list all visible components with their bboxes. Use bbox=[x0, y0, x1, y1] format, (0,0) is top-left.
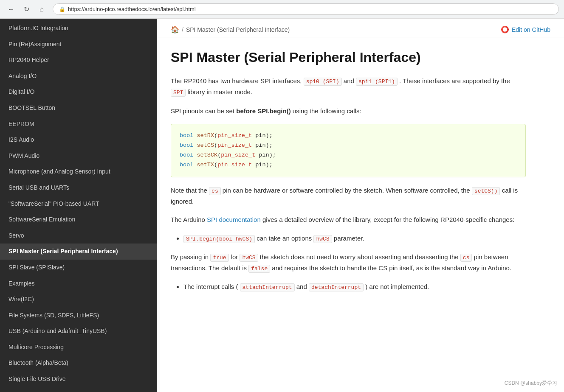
sidebar-item-bluetooth[interactable]: Bluetooth (Alpha/Beta) bbox=[0, 355, 157, 371]
sidebar-item-single-file-usb[interactable]: Single File USB Drive bbox=[0, 371, 157, 387]
para5-mid: the sketch does not need to worry about … bbox=[260, 253, 459, 260]
code-spi0: spi0 (SPI) bbox=[304, 78, 342, 86]
code-cs: cs bbox=[209, 187, 221, 195]
sidebar-item-multicore[interactable]: Multicore Processing bbox=[0, 339, 157, 356]
sidebar: Platform.IO IntegrationPin (Re)Assignmen… bbox=[0, 19, 157, 392]
code-line-2: bool setCS(pin_size_t pin); bbox=[180, 141, 517, 151]
para6-prefix: The interrupt calls ( bbox=[183, 283, 238, 290]
code-cs2: cs bbox=[460, 254, 472, 262]
para1-end: library in master mode. bbox=[188, 88, 253, 95]
sidebar-item-examples[interactable]: Examples bbox=[0, 276, 157, 292]
sidebar-item-rp2040-helper[interactable]: RP2040 Helper bbox=[0, 52, 157, 68]
para3-prefix: Note that the bbox=[171, 187, 207, 194]
url-text: https://arduino-pico.readthedocs.io/en/l… bbox=[68, 6, 196, 12]
breadcrumb: 🏠 / SPI Master (Serial Peripheral Interf… bbox=[171, 25, 290, 34]
sidebar-item-pwm-audio[interactable]: PWM Audio bbox=[0, 148, 157, 164]
sidebar-item-serial-usb[interactable]: Serial USB and UARTs bbox=[0, 180, 157, 196]
code-setcs: setCS() bbox=[472, 187, 500, 195]
sidebar-item-servo[interactable]: Servo bbox=[0, 228, 157, 244]
para1-and: and bbox=[344, 77, 356, 84]
browser-chrome: ← ↻ ⌂ 🔒 https://arduino-pico.readthedocs… bbox=[0, 0, 564, 19]
page-title: SPI Master (Serial Peripheral Interface) bbox=[171, 49, 526, 65]
para3-mid: pin can be hardware or software controll… bbox=[223, 187, 470, 194]
spi-docs-link[interactable]: SPI documentation bbox=[207, 216, 261, 223]
para4-mid: gives a detailed overview of the library… bbox=[262, 216, 514, 223]
sidebar-item-bootsel-button[interactable]: BOOTSEL Button bbox=[0, 100, 157, 116]
edit-github-label: Edit on GitHub bbox=[512, 26, 550, 33]
sidebar-item-eeprom[interactable]: EEPROM bbox=[0, 116, 157, 132]
sidebar-item-softwareserial-pio[interactable]: "SoftwareSerial" PIO-based UART bbox=[0, 196, 157, 212]
bullet-item-1: SPI.begin(bool hwCS) can take an options… bbox=[183, 233, 526, 244]
sidebar-item-digital-io[interactable]: Digital I/O bbox=[0, 84, 157, 100]
bullet-item-interrupt: The interrupt calls ( attachInterrupt an… bbox=[183, 281, 526, 292]
para2-suffix-text: using the following calls: bbox=[293, 107, 361, 115]
bullet1-end: parameter. bbox=[334, 235, 364, 242]
code-line-1: bool setRX(pin_size_t pin); bbox=[180, 131, 517, 141]
para6-end: ) are not implemented. bbox=[365, 283, 429, 290]
home-button[interactable]: ⌂ bbox=[36, 3, 48, 15]
code-spi-begin: SPI.begin(bool hwCS) bbox=[183, 235, 255, 243]
intro-paragraph: The RP2040 has two hardware SPI interfac… bbox=[171, 76, 526, 98]
breadcrumb-home-link[interactable]: 🏠 bbox=[171, 25, 179, 34]
code-hwcs-bullet: hwCS bbox=[313, 235, 332, 243]
para1-suffix: . These interfaces are supported by the bbox=[399, 77, 510, 84]
interrupt-list: The interrupt calls ( attachInterrupt an… bbox=[183, 281, 526, 292]
pinouts-paragraph: SPI pinouts can be set before SPI.begin(… bbox=[171, 106, 526, 117]
cs-paragraph: Note that the cs pin can be hardware or … bbox=[171, 185, 526, 207]
sidebar-item-platform-io[interactable]: Platform.IO Integration bbox=[0, 20, 157, 36]
sidebar-item-i2s-audio[interactable]: I2S Audio bbox=[0, 132, 157, 148]
code-spi-lib: SPI bbox=[171, 89, 186, 97]
para2-bold: before SPI.begin() bbox=[236, 107, 290, 115]
breadcrumb-separator: / bbox=[182, 26, 183, 33]
back-button[interactable]: ← bbox=[5, 3, 17, 15]
github-icon: ⭕ bbox=[501, 25, 509, 34]
sidebar-item-analog-io[interactable]: Analog I/O bbox=[0, 68, 157, 84]
edit-on-github-link[interactable]: ⭕ Edit on GitHub bbox=[501, 25, 550, 34]
sidebar-item-file-systems[interactable]: File Systems (SD, SDFS, LittleFS) bbox=[0, 308, 157, 324]
para2-prefix: SPI pinouts can be set bbox=[171, 107, 234, 115]
code-hwcs2: hwCS bbox=[240, 254, 258, 262]
code-false: false bbox=[248, 265, 270, 273]
code-line-4: bool setTX(pin_size_t pin); bbox=[180, 160, 517, 170]
nav-buttons: ← ↻ ⌂ bbox=[5, 3, 48, 15]
sidebar-item-usb[interactable]: USB (Arduino and Adafruit_TinyUSB) bbox=[0, 323, 157, 339]
page-content: SPI Master (Serial Peripheral Interface)… bbox=[157, 37, 539, 317]
code-line-3: bool setSCK(pin_size_t pin); bbox=[180, 151, 517, 160]
address-bar[interactable]: 🔒 https://arduino-pico.readthedocs.io/en… bbox=[53, 3, 559, 15]
code-detach: detachInterrupt bbox=[309, 283, 364, 291]
para1-prefix: The RP2040 has two hardware SPI interfac… bbox=[171, 77, 302, 84]
refresh-button[interactable]: ↻ bbox=[20, 3, 32, 15]
arduino-spi-paragraph: The Arduino SPI documentation gives a de… bbox=[171, 214, 526, 225]
breadcrumb-current: SPI Master (Serial Peripheral Interface) bbox=[186, 26, 290, 33]
code-spi1: spi1 (SPI1) bbox=[356, 78, 398, 86]
para5-end: and requires the sketch to handle the CS… bbox=[272, 264, 511, 272]
passing-true-paragraph: By passing in true for hwCS the sketch d… bbox=[171, 252, 526, 274]
breadcrumb-bar: 🏠 / SPI Master (Serial Peripheral Interf… bbox=[157, 19, 564, 37]
lock-icon: 🔒 bbox=[59, 6, 65, 12]
changes-list: SPI.begin(bool hwCS) can take an options… bbox=[183, 233, 526, 244]
sidebar-item-pin-reassignment[interactable]: Pin (Re)Assignment bbox=[0, 36, 157, 53]
sidebar-item-wire-i2c[interactable]: Wire(I2C) bbox=[0, 291, 157, 308]
para4-prefix: The Arduino bbox=[171, 216, 205, 223]
code-block: bool setRX(pin_size_t pin); bool setCS(p… bbox=[171, 124, 526, 177]
sidebar-item-microphone[interactable]: Microphone (and Analog Sensor) Input bbox=[0, 164, 157, 180]
code-attach: attachInterrupt bbox=[240, 283, 295, 291]
sidebar-item-softwareserial-emulation[interactable]: SoftwareSerial Emulation bbox=[0, 212, 157, 228]
content-area: 🏠 / SPI Master (Serial Peripheral Interf… bbox=[157, 19, 564, 392]
code-true: true bbox=[210, 254, 228, 262]
main-layout: Platform.IO IntegrationPin (Re)Assignmen… bbox=[0, 19, 564, 392]
para5-prefix: By passing in bbox=[171, 253, 209, 260]
sidebar-item-spi-master[interactable]: SPI Master (Serial Peripheral Interface) bbox=[0, 244, 157, 260]
sidebar-item-spi-slave[interactable]: SPI Slave (SPISlave) bbox=[0, 260, 157, 276]
